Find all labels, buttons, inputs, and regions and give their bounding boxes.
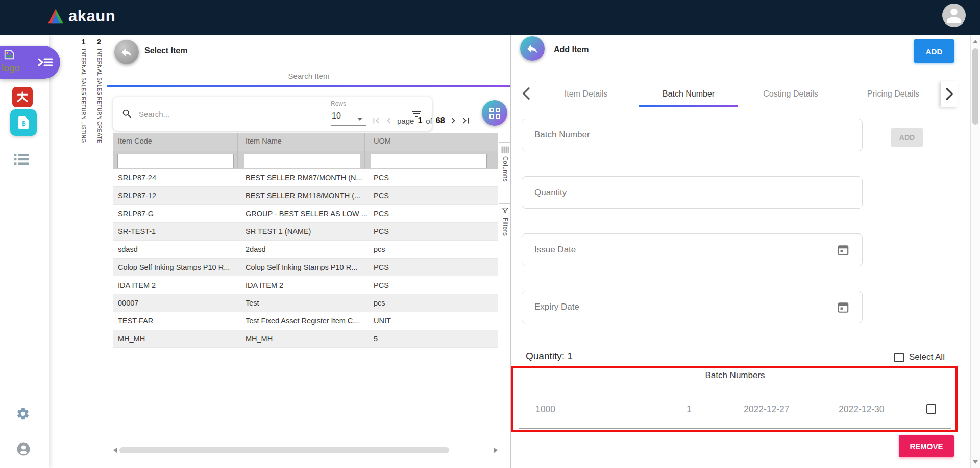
person-icon xyxy=(16,441,31,457)
search-input[interactable] xyxy=(138,109,410,119)
column-separator xyxy=(364,133,365,169)
vertical-scrollbar-thumb[interactable] xyxy=(972,48,978,125)
app-icon-red-module[interactable] xyxy=(12,87,33,107)
brand-triangle-icon xyxy=(47,8,64,25)
calendar-icon[interactable] xyxy=(837,300,850,314)
first-page-icon[interactable] xyxy=(371,115,382,126)
tab-item-details[interactable]: Item Details xyxy=(540,81,632,107)
menu-list-icon[interactable] xyxy=(14,153,29,166)
select-all-checkbox[interactable] xyxy=(894,353,904,362)
tab-pricing-details[interactable]: Pricing Details xyxy=(846,81,940,107)
table-row[interactable]: 00007 Test pcs xyxy=(113,294,498,312)
settings-gear-icon[interactable] xyxy=(16,407,30,421)
remove-button[interactable]: REMOVE xyxy=(899,435,954,457)
batch-add-button[interactable]: ADD xyxy=(891,128,923,147)
tabs-scroll-right-button[interactable] xyxy=(941,81,958,107)
grid-view-button[interactable] xyxy=(482,100,507,126)
table-row[interactable]: MH_MH MH_MH 5 xyxy=(113,330,498,348)
add-item-back-button[interactable] xyxy=(520,36,545,61)
page-word: page xyxy=(397,116,414,125)
batch-number-input[interactable] xyxy=(533,129,862,141)
profile-icon[interactable] xyxy=(16,441,31,457)
previous-page-icon[interactable] xyxy=(383,115,395,126)
filter-input-uom[interactable] xyxy=(371,154,487,168)
cell-uom: PCS xyxy=(374,192,491,200)
red-module-glyph-icon xyxy=(15,90,30,104)
table-row[interactable]: SRLP87-G GROUP - BEST SELLER AS LOW ... … xyxy=(113,205,498,223)
column-header-item-name[interactable]: Item Name xyxy=(246,137,368,145)
cell-item-name: Colop Self Inking Stamps P10 R... xyxy=(246,263,368,271)
issue-date-field xyxy=(522,233,863,266)
column-header-uom[interactable]: UOM xyxy=(374,137,491,145)
column-header-item-code[interactable]: Item Code xyxy=(118,137,233,145)
scroll-right-arrow-icon[interactable] xyxy=(494,448,498,453)
issue-date-input[interactable] xyxy=(533,244,837,255)
last-page-icon[interactable] xyxy=(460,115,472,126)
workspace-tab-label: INTERNAL SALES RETURN LISTING xyxy=(81,49,86,143)
scroll-left-arrow-icon[interactable] xyxy=(113,448,117,453)
horizontal-scrollbar xyxy=(113,446,498,455)
tabs-scroll-left-icon[interactable] xyxy=(522,87,531,100)
table-row[interactable]: Colop Self Inking Stamps P10 R... Colop … xyxy=(113,259,498,276)
left-tab-underline xyxy=(107,85,510,87)
rows-dropdown-caret-icon[interactable] xyxy=(357,118,362,121)
cell-item-name: BEST SELLER RM87/MONTH (N... xyxy=(246,174,368,182)
cell-uom: pcs xyxy=(374,299,491,307)
add-button[interactable]: ADD xyxy=(914,39,954,63)
cell-item-code: SRLP87-12 xyxy=(118,192,233,200)
tab-batch-number[interactable]: Batch Number xyxy=(639,81,738,107)
workspace-tab-label: INTERNAL SALES RETURN CREATE xyxy=(96,49,102,143)
table-row[interactable]: SR-TEST-1 SR TEST 1 (NAME) PCS xyxy=(113,223,498,241)
tab-search-item[interactable]: Search Item xyxy=(107,72,510,80)
filter-input-item-code[interactable] xyxy=(117,154,234,168)
cell-item-name: GROUP - BEST SELLER AS LOW ... xyxy=(246,209,368,218)
side-tab-columns[interactable]: Columns xyxy=(499,142,511,200)
table-row[interactable]: IDA ITEM 2 IDA ITEM 2 PCS xyxy=(113,276,498,294)
horizontal-scrollbar-thumb[interactable] xyxy=(119,447,449,453)
table-row[interactable]: SRLP87-12 BEST SELLER RM118/MONTH (... P… xyxy=(113,187,498,205)
cell-uom: PCS xyxy=(374,227,491,236)
table-row[interactable]: SRLP87-24 BEST SELLER RM87/MONTH (N... P… xyxy=(113,169,498,187)
table-header-row[interactable]: Item Code Item Name UOM xyxy=(113,133,498,151)
tabs-bottom-divider xyxy=(511,107,966,107)
workspace-tab-2[interactable]: 2 INTERNAL SALES RETURN CREATE xyxy=(91,35,107,468)
sidebar-toggle-icon[interactable] xyxy=(37,55,54,69)
cell-item-code: 00007 xyxy=(118,299,233,307)
cell-uom: pcs xyxy=(374,245,491,253)
calendar-icon[interactable] xyxy=(837,243,850,256)
expiry-date-input[interactable] xyxy=(533,301,837,313)
user-avatar[interactable] xyxy=(942,4,966,27)
funnel-icon xyxy=(501,207,509,215)
column-separator xyxy=(237,133,238,169)
cell-uom: PCS xyxy=(374,263,491,271)
cell-item-code: SRLP87-24 xyxy=(118,174,233,182)
side-tab-filters[interactable]: Filters xyxy=(499,203,511,247)
select-item-back-button[interactable] xyxy=(114,40,139,64)
left-panel-title: Select Item xyxy=(144,46,187,55)
vertical-scrollbar xyxy=(970,35,980,468)
pagination: page 1 of 68 xyxy=(371,113,472,128)
batch-numbers-legend: Batch Numbers xyxy=(700,370,770,381)
cell-item-code: TEST-FAR xyxy=(118,317,233,325)
quantity-input[interactable] xyxy=(533,187,862,198)
of-word: of xyxy=(426,116,432,125)
back-arrow-icon xyxy=(120,45,133,59)
table-row[interactable]: TEST-FAR Test Fixed Asset Register Item … xyxy=(113,312,498,330)
next-page-icon[interactable] xyxy=(448,115,459,126)
workspace-tab-1[interactable]: 1 INTERNAL SALES RETURN LISTING xyxy=(76,35,91,468)
side-tab-filters-label: Filters xyxy=(502,218,509,236)
table-row[interactable]: sdasd 2dasd pcs xyxy=(113,241,498,259)
rows-per-page-select[interactable]: 10 xyxy=(332,111,341,121)
app-sidebar: logo $ xyxy=(0,35,49,468)
scroll-up-arrow-icon[interactable] xyxy=(973,40,978,43)
app-icon-invoice-module[interactable]: $ xyxy=(10,109,37,136)
table-filter-row xyxy=(113,151,498,169)
expiry-date-field xyxy=(522,291,863,323)
scroll-down-arrow-icon[interactable] xyxy=(973,460,978,464)
cell-item-name: IDA ITEM 2 xyxy=(246,281,368,289)
filter-input-item-name[interactable] xyxy=(244,154,360,168)
sidebar-logo-pill[interactable]: logo xyxy=(0,46,60,79)
tab-costing-details[interactable]: Costing Details xyxy=(743,81,838,107)
batch-row-checkbox[interactable] xyxy=(926,404,936,414)
sidebar-logo-alt-text: logo xyxy=(2,62,20,74)
